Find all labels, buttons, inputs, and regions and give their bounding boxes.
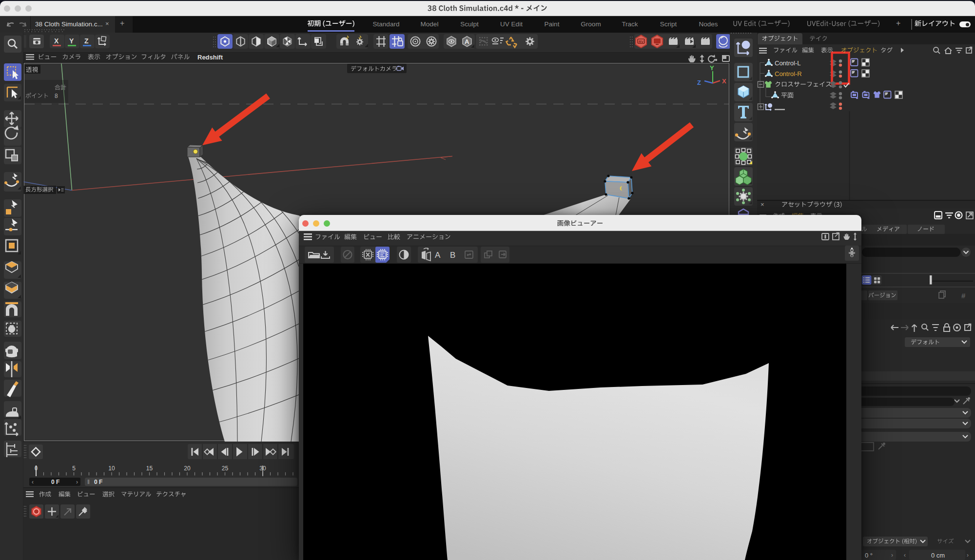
svg-text:Y: Y	[69, 37, 74, 45]
svg-text:Y: Y	[710, 64, 714, 72]
svg-text:›: ›	[891, 552, 893, 559]
svg-text:›: ›	[76, 479, 78, 485]
svg-text:#: #	[961, 291, 966, 300]
svg-text:B: B	[450, 251, 455, 260]
svg-text:0 cm: 0 cm	[931, 552, 945, 559]
svg-text:Z: Z	[697, 79, 701, 86]
svg-text:‖: ‖	[87, 479, 90, 485]
svg-text:X: X	[54, 37, 59, 45]
svg-text:‹: ‹	[32, 479, 34, 485]
svg-text:A: A	[465, 38, 469, 45]
svg-text:15: 15	[146, 465, 153, 472]
svg-text:0 F: 0 F	[51, 479, 59, 485]
svg-text:A: A	[435, 251, 441, 260]
svg-text:20: 20	[184, 465, 191, 472]
svg-text:0 °: 0 °	[865, 552, 873, 559]
svg-text:5: 5	[72, 465, 76, 472]
svg-text:10: 10	[108, 465, 115, 472]
svg-text:X: X	[722, 77, 726, 85]
svg-text:25: 25	[222, 465, 229, 472]
svg-text:0 F: 0 F	[94, 479, 102, 485]
svg-text:‹: ‹	[904, 552, 906, 559]
svg-text:RV: RV	[639, 39, 644, 44]
svg-text:Z: Z	[84, 37, 89, 45]
svg-text:›: ›	[967, 552, 969, 559]
